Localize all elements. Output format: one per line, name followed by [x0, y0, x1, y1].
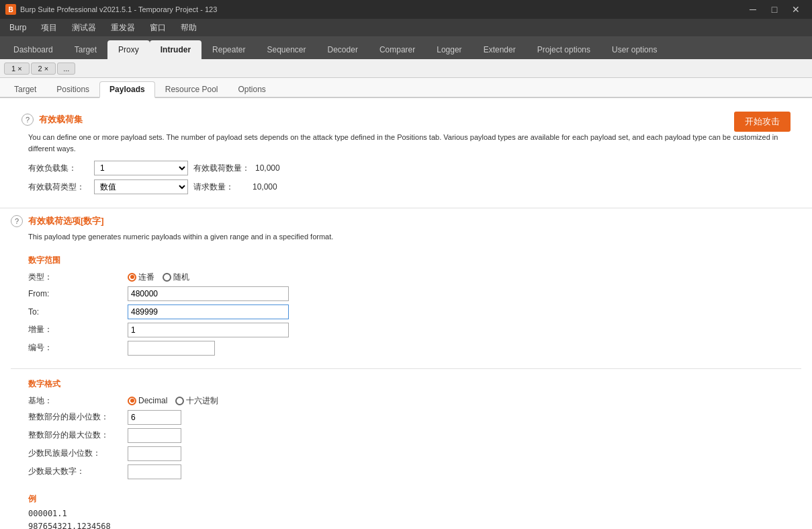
radio-sequential-label: 连番	[138, 272, 154, 283]
tab-target[interactable]: Target	[64, 40, 107, 59]
example-section: 例 000001.1 987654321.1234568	[11, 488, 801, 530]
payload-type-select[interactable]: 数值 Simple list	[94, 179, 188, 194]
titlebar: B Burp Suite Professional v2021.5.1 - Te…	[0, 0, 812, 19]
tab-logger[interactable]: Logger	[426, 40, 472, 59]
step-input[interactable]	[128, 323, 289, 337]
base-label: 基地：	[28, 395, 122, 407]
inner-tab-resource-pool[interactable]: Resource Pool	[155, 81, 228, 97]
radio-decimal[interactable]: Decimal	[128, 396, 167, 405]
to-row: To:	[28, 304, 791, 319]
example-line2: 987654321.1234568	[28, 520, 791, 529]
radio-hex-label: 十六进制	[186, 395, 218, 407]
main-content: ? 有效载荷集 开始攻击 You can define one or more …	[0, 98, 812, 529]
nav-tabs: Dashboard Target Proxy Intruder Repeater…	[0, 36, 812, 59]
min-frac-digits-row: 少数民族最小位数：	[28, 446, 791, 461]
max-int-digits-input[interactable]	[128, 428, 181, 443]
max-frac-digits-row: 少数最大数字：	[28, 464, 791, 479]
max-frac-digits-input[interactable]	[128, 464, 181, 479]
radio-random[interactable]: 随机	[163, 272, 189, 283]
payload-set-label: 有效负载集：	[28, 163, 89, 174]
window-controls: ─ □ ✕	[742, 0, 807, 19]
inner-tab-options[interactable]: Options	[228, 81, 275, 97]
radio-sequential-dot[interactable]	[128, 273, 136, 282]
max-int-digits-label: 整数部分的最大位数：	[28, 430, 122, 441]
tab-intruder[interactable]: Intruder	[150, 40, 201, 59]
payload-options-description: This payload type generates numeric payl…	[11, 231, 801, 243]
number-format-title: 数字格式	[28, 378, 791, 390]
from-label: From:	[28, 289, 122, 298]
payload-sets-section: ? 有效载荷集 开始攻击 You can define one or more …	[0, 98, 812, 208]
base-radio-group: Decimal 十六进制	[128, 395, 218, 407]
step-row: 增量：	[28, 323, 791, 337]
min-int-digits-label: 整数部分的最小位数：	[28, 411, 122, 423]
app-icon: B	[5, 4, 16, 15]
type-row: 类型： 连番 随机	[28, 272, 791, 283]
tab-repeater[interactable]: Repeater	[201, 40, 256, 59]
menu-project[interactable]: 项目	[34, 20, 64, 36]
max-frac-digits-label: 少数最大数字：	[28, 466, 122, 477]
min-int-digits-row: 整数部分的最小位数：	[28, 410, 791, 425]
payload-count-label: 有效载荷数量：	[193, 163, 250, 174]
to-input[interactable]	[128, 304, 289, 319]
from-row: From:	[28, 286, 791, 301]
subtab-1[interactable]: 1 ×	[4, 63, 30, 75]
number-format-subsection: 数字格式 基地： Decimal 十六进制 整数部分的最小位数：	[11, 373, 801, 488]
tab-proxy[interactable]: Proxy	[107, 40, 150, 59]
min-frac-digits-input[interactable]	[128, 446, 181, 461]
menu-window[interactable]: 窗口	[143, 20, 173, 36]
close-button[interactable]: ✕	[785, 0, 807, 19]
menu-resender[interactable]: 重发器	[104, 20, 142, 36]
maximize-button[interactable]: □	[764, 0, 785, 19]
tab-user-options[interactable]: User options	[601, 40, 668, 59]
encoding-label: 编号：	[28, 342, 122, 354]
payload-sets-header: ? 有效载荷集	[21, 114, 83, 126]
start-attack-button[interactable]: 开始攻击	[734, 112, 791, 132]
inner-tabs: Target Positions Payloads Resource Pool …	[0, 78, 812, 98]
payload-options-section: ? 有效载荷选项[数字] This payload type generates…	[0, 208, 812, 529]
radio-decimal-dot[interactable]	[128, 397, 136, 405]
inner-tab-payloads[interactable]: Payloads	[99, 81, 155, 98]
payload-sets-help-icon[interactable]: ?	[21, 114, 34, 126]
radio-hex-dot[interactable]	[175, 397, 184, 405]
step-label: 增量：	[28, 324, 122, 335]
payload-sets-description: You can define one or more payload sets.…	[11, 132, 801, 154]
payload-options-title: 有效载荷选项[数字]	[28, 215, 104, 227]
menu-burp[interactable]: Burp	[3, 21, 33, 34]
radio-random-label: 随机	[173, 272, 189, 283]
payload-options-help-icon[interactable]: ?	[11, 215, 23, 227]
encoding-row: 编号：	[28, 341, 791, 356]
encoding-input[interactable]	[128, 341, 215, 356]
inner-tab-target[interactable]: Target	[4, 81, 46, 97]
example-line1: 000001.1	[28, 507, 791, 520]
menu-help[interactable]: 帮助	[174, 20, 204, 36]
radio-sequential[interactable]: 连番	[128, 272, 154, 283]
tab-dashboard[interactable]: Dashboard	[3, 40, 64, 59]
subtab-2[interactable]: 2 ×	[31, 63, 56, 75]
from-input[interactable]	[128, 286, 289, 301]
payload-type-label: 有效载荷类型：	[28, 181, 89, 193]
minimize-button[interactable]: ─	[742, 0, 764, 19]
number-range-title: 数字范围	[28, 255, 791, 266]
type-radio-group: 连番 随机	[128, 272, 189, 283]
tab-project-options[interactable]: Project options	[527, 40, 601, 59]
window-title: Burp Suite Professional v2021.5.1 - Temp…	[20, 5, 217, 13]
inner-tab-positions[interactable]: Positions	[46, 81, 99, 97]
payload-set-select[interactable]: 1 2	[94, 161, 188, 175]
payload-sets-title: 有效载荷集	[39, 114, 83, 126]
tab-comparer[interactable]: Comparer	[369, 40, 426, 59]
payload-count-value: 10,000	[255, 163, 280, 173]
tab-decoder[interactable]: Decoder	[317, 40, 369, 59]
tab-sequencer[interactable]: Sequencer	[256, 40, 316, 59]
to-label: To:	[28, 307, 122, 317]
radio-hex[interactable]: 十六进制	[175, 395, 218, 407]
number-range-subsection: 数字范围 类型： 连番 随机 From:	[11, 249, 801, 364]
payload-type-row: 有效载荷类型： 数值 Simple list 请求数量： 10,000	[11, 179, 801, 194]
radio-random-dot[interactable]	[163, 273, 171, 282]
tab-extender[interactable]: Extender	[473, 40, 527, 59]
min-int-digits-input[interactable]	[128, 410, 181, 425]
base-row: 基地： Decimal 十六进制	[28, 395, 791, 407]
request-count-value: 10,000	[253, 182, 277, 192]
menu-tester[interactable]: 测试器	[65, 20, 103, 36]
subtab-more[interactable]: ...	[57, 63, 75, 75]
example-title: 例	[28, 493, 791, 505]
